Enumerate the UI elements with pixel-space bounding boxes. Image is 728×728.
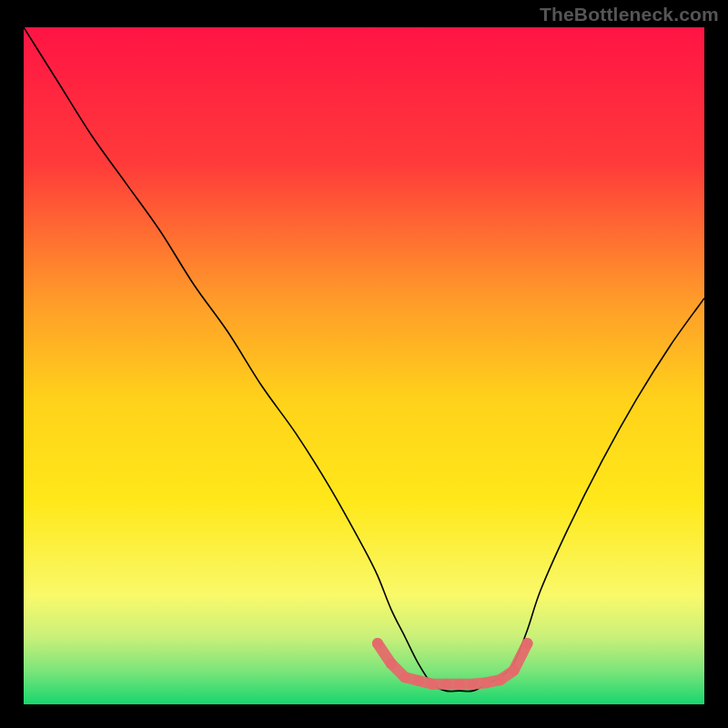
flat-region-dot bbox=[399, 672, 410, 682]
flat-region-dot bbox=[468, 679, 479, 690]
gradient-background bbox=[24, 27, 704, 704]
flat-region-dot bbox=[509, 665, 520, 676]
flat-region-dot bbox=[386, 658, 397, 669]
plot-area bbox=[24, 27, 704, 704]
flat-region-dot bbox=[427, 679, 438, 690]
flat-region-dot bbox=[522, 638, 533, 649]
flat-region-dot bbox=[481, 677, 492, 688]
chart-stage: TheBottleneck.com bbox=[0, 0, 728, 728]
flat-region-dot bbox=[440, 679, 451, 690]
flat-region-dot bbox=[413, 675, 424, 686]
watermark-label: TheBottleneck.com bbox=[540, 4, 719, 25]
flat-region-dot bbox=[454, 679, 465, 690]
flat-region-dot bbox=[495, 674, 506, 685]
plot-svg bbox=[24, 27, 704, 704]
flat-region-dot bbox=[372, 638, 383, 649]
